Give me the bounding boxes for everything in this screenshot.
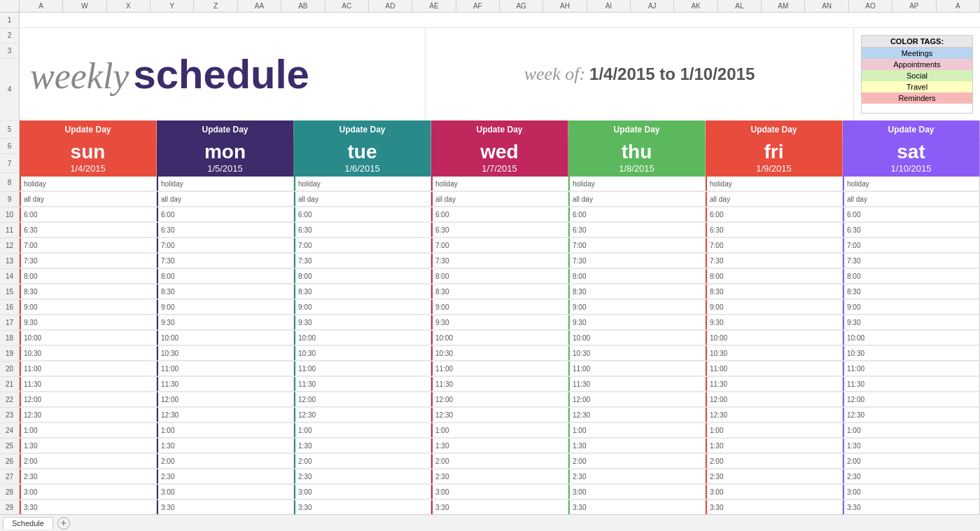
time-cell-tue-11-30[interactable]: 11:30 <box>294 377 431 392</box>
time-cell-thu-11-00[interactable]: 11:00 <box>568 361 706 376</box>
time-cell-thu-7-00[interactable]: 7:00 <box>568 238 706 253</box>
time-cell-tue-12-00[interactable]: 12:00 <box>294 392 431 407</box>
time-cell-wed-2-30[interactable]: 2:30 <box>431 469 568 484</box>
time-cell-sat-2-00[interactable]: 2:00 <box>843 454 980 469</box>
update-day-sat[interactable]: Update Day <box>843 120 980 139</box>
time-cell-fri-7-00[interactable]: 7:00 <box>706 238 843 253</box>
time-cell-mon-3-00[interactable]: 3:00 <box>157 485 294 499</box>
time-cell-fri-2-30[interactable]: 2:30 <box>706 469 843 484</box>
time-cell-mon-holiday[interactable]: holiday <box>157 177 294 191</box>
time-cell-wed-11-30[interactable]: 11:30 <box>431 377 568 392</box>
time-cell-wed-9-00[interactable]: 9:00 <box>431 300 568 315</box>
time-cell-mon-12-30[interactable]: 12:30 <box>157 408 294 422</box>
time-cell-sat-8-30[interactable]: 8:30 <box>843 284 980 299</box>
time-cell-sat-1-00[interactable]: 1:00 <box>843 423 980 438</box>
time-cell-wed-12-00[interactable]: 12:00 <box>431 392 568 407</box>
time-cell-tue-10-00[interactable]: 10:00 <box>294 331 431 345</box>
time-cell-sun-1-30[interactable]: 1:30 <box>20 439 157 453</box>
time-cell-sat-12-30[interactable]: 12:30 <box>843 408 980 422</box>
time-cell-fri-6-00[interactable]: 6:00 <box>706 207 843 222</box>
time-cell-sun-12-00[interactable]: 12:00 <box>20 392 157 407</box>
time-cell-thu-10-00[interactable]: 10:00 <box>568 331 706 345</box>
time-cell-sun-6-00[interactable]: 6:00 <box>20 207 157 222</box>
time-cell-sat-11-30[interactable]: 11:30 <box>843 377 980 392</box>
time-cell-thu-1-30[interactable]: 1:30 <box>568 439 706 453</box>
time-cell-mon-9-30[interactable]: 9:30 <box>157 315 294 330</box>
time-cell-mon-12-00[interactable]: 12:00 <box>157 392 294 407</box>
time-cell-tue-11-00[interactable]: 11:00 <box>294 361 431 376</box>
time-cell-mon-7-00[interactable]: 7:00 <box>157 238 294 253</box>
time-cell-wed-all day[interactable]: all day <box>431 192 568 207</box>
time-cell-mon-2-00[interactable]: 2:00 <box>157 454 294 469</box>
time-cell-wed-3-30[interactable]: 3:30 <box>431 500 568 514</box>
time-cell-wed-9-30[interactable]: 9:30 <box>431 315 568 330</box>
time-cell-tue-6-30[interactable]: 6:30 <box>294 223 431 237</box>
time-cell-wed-10-00[interactable]: 10:00 <box>431 331 568 345</box>
time-cell-fri-holiday[interactable]: holiday <box>706 177 843 191</box>
time-cell-sat-1-30[interactable]: 1:30 <box>843 439 980 453</box>
time-cell-fri-7-30[interactable]: 7:30 <box>706 254 843 268</box>
time-cell-tue-3-00[interactable]: 3:00 <box>294 485 431 499</box>
time-cell-sun-7-30[interactable]: 7:30 <box>20 254 157 268</box>
time-cell-wed-6-30[interactable]: 6:30 <box>431 223 568 237</box>
time-cell-sun-2-30[interactable]: 2:30 <box>20 469 157 484</box>
time-cell-thu-10-30[interactable]: 10:30 <box>568 346 706 361</box>
time-cell-thu-12-00[interactable]: 12:00 <box>568 392 706 407</box>
time-cell-fri-3-30[interactable]: 3:30 <box>706 500 843 514</box>
time-cell-fri-8-30[interactable]: 8:30 <box>706 284 843 299</box>
time-cell-tue-all day[interactable]: all day <box>294 192 431 207</box>
time-cell-sun-10-30[interactable]: 10:30 <box>20 346 157 361</box>
time-cell-thu-9-30[interactable]: 9:30 <box>568 315 706 330</box>
time-cell-mon-11-00[interactable]: 11:00 <box>157 361 294 376</box>
time-cell-sat-2-30[interactable]: 2:30 <box>843 469 980 484</box>
time-cell-sat-9-30[interactable]: 9:30 <box>843 315 980 330</box>
time-cell-wed-10-30[interactable]: 10:30 <box>431 346 568 361</box>
time-cell-sat-10-30[interactable]: 10:30 <box>843 346 980 361</box>
time-cell-sun-10-00[interactable]: 10:00 <box>20 331 157 345</box>
time-cell-tue-12-30[interactable]: 12:30 <box>294 408 431 422</box>
time-cell-tue-7-00[interactable]: 7:00 <box>294 238 431 253</box>
time-cell-thu-all day[interactable]: all day <box>568 192 706 207</box>
time-cell-sun-11-30[interactable]: 11:30 <box>20 377 157 392</box>
time-cell-sat-11-00[interactable]: 11:00 <box>843 361 980 376</box>
time-cell-thu-8-30[interactable]: 8:30 <box>568 284 706 299</box>
time-cell-mon-1-00[interactable]: 1:00 <box>157 423 294 438</box>
time-cell-thu-9-00[interactable]: 9:00 <box>568 300 706 315</box>
time-cell-wed-2-00[interactable]: 2:00 <box>431 454 568 469</box>
time-cell-wed-8-30[interactable]: 8:30 <box>431 284 568 299</box>
time-cell-fri-12-00[interactable]: 12:00 <box>706 392 843 407</box>
time-cell-tue-8-00[interactable]: 8:00 <box>294 269 431 284</box>
time-cell-mon-3-30[interactable]: 3:30 <box>157 500 294 514</box>
time-cell-tue-10-30[interactable]: 10:30 <box>294 346 431 361</box>
time-cell-mon-9-00[interactable]: 9:00 <box>157 300 294 315</box>
time-cell-wed-7-30[interactable]: 7:30 <box>431 254 568 268</box>
time-cell-sat-6-30[interactable]: 6:30 <box>843 223 980 237</box>
time-cell-wed-12-30[interactable]: 12:30 <box>431 408 568 422</box>
time-cell-mon-10-00[interactable]: 10:00 <box>157 331 294 345</box>
update-day-tue[interactable]: Update Day <box>294 120 431 139</box>
time-cell-fri-10-30[interactable]: 10:30 <box>706 346 843 361</box>
sheet-tab[interactable]: Schedule <box>3 517 53 529</box>
update-day-thu[interactable]: Update Day <box>568 120 706 139</box>
time-cell-sun-3-30[interactable]: 3:30 <box>20 500 157 514</box>
time-cell-wed-7-00[interactable]: 7:00 <box>431 238 568 253</box>
time-cell-wed-1-30[interactable]: 1:30 <box>431 439 568 453</box>
time-cell-fri-2-00[interactable]: 2:00 <box>706 454 843 469</box>
time-cell-tue-1-30[interactable]: 1:30 <box>294 439 431 453</box>
time-cell-tue-7-30[interactable]: 7:30 <box>294 254 431 268</box>
time-cell-tue-3-30[interactable]: 3:30 <box>294 500 431 514</box>
time-cell-wed-holiday[interactable]: holiday <box>431 177 568 191</box>
time-cell-fri-1-00[interactable]: 1:00 <box>706 423 843 438</box>
time-cell-sat-all day[interactable]: all day <box>843 192 980 207</box>
time-cell-sat-8-00[interactable]: 8:00 <box>843 269 980 284</box>
time-cell-fri-all day[interactable]: all day <box>706 192 843 207</box>
time-cell-fri-3-00[interactable]: 3:00 <box>706 485 843 499</box>
time-cell-sat-7-30[interactable]: 7:30 <box>843 254 980 268</box>
time-cell-mon-6-00[interactable]: 6:00 <box>157 207 294 222</box>
time-cell-fri-9-00[interactable]: 9:00 <box>706 300 843 315</box>
time-cell-fri-11-30[interactable]: 11:30 <box>706 377 843 392</box>
time-cell-sun-all day[interactable]: all day <box>20 192 157 207</box>
time-cell-sun-11-00[interactable]: 11:00 <box>20 361 157 376</box>
time-cell-wed-8-00[interactable]: 8:00 <box>431 269 568 284</box>
time-cell-sun-holiday[interactable]: holiday <box>20 177 157 191</box>
